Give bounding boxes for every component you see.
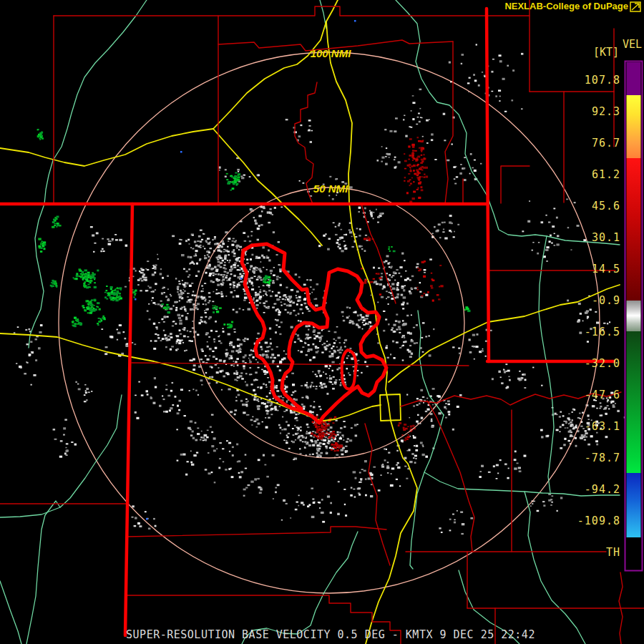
colorbar-scale — [627, 62, 641, 570]
state-border — [487, 9, 489, 361]
colorbar-tick-label: TH — [606, 546, 620, 559]
colorbar-tick-label: -78.7 — [585, 452, 620, 464]
colorbar-tick-label: -109.8 — [577, 514, 620, 527]
radar-display: 107.892.376.761.245.630.114.5-0.9-16.5-3… — [0, 0, 644, 644]
colorbar-tick-label: 107.8 — [585, 74, 620, 87]
map-background — [0, 0, 644, 644]
colorbar-tick-label: -32.0 — [585, 357, 620, 370]
colorbar-tick-label: 30.1 — [592, 231, 620, 244]
colorbar-tick-label: -63.1 — [585, 420, 620, 433]
colorbar-tick-label: 76.7 — [592, 137, 620, 150]
colorbar-tick-label: -16.5 — [585, 326, 620, 338]
colorbar-tick-label: -0.9 — [592, 294, 620, 307]
range-ring-label: 100 NMI — [311, 47, 352, 59]
product-caption: SUPER-RESOLUTION BASE VELOCITY 0.5 DEG -… — [126, 628, 535, 641]
colorbar-tick-label: 92.3 — [592, 105, 620, 118]
colorbar-tick-label: 61.2 — [592, 168, 620, 181]
site-attribution: NEXLAB-College of DuPage — [504, 1, 628, 11]
colorbar-tick-label: 45.6 — [592, 200, 620, 213]
colorbar-tick-label: -94.2 — [585, 483, 620, 496]
colorbar-tick-label: 14.5 — [592, 263, 620, 275]
colorbar-title: VEL — [623, 38, 642, 51]
range-ring-label: 50 NMI — [313, 182, 348, 195]
colorbar-units: [KT] — [593, 46, 619, 59]
colorbar-tick-label: -47.6 — [585, 389, 620, 401]
